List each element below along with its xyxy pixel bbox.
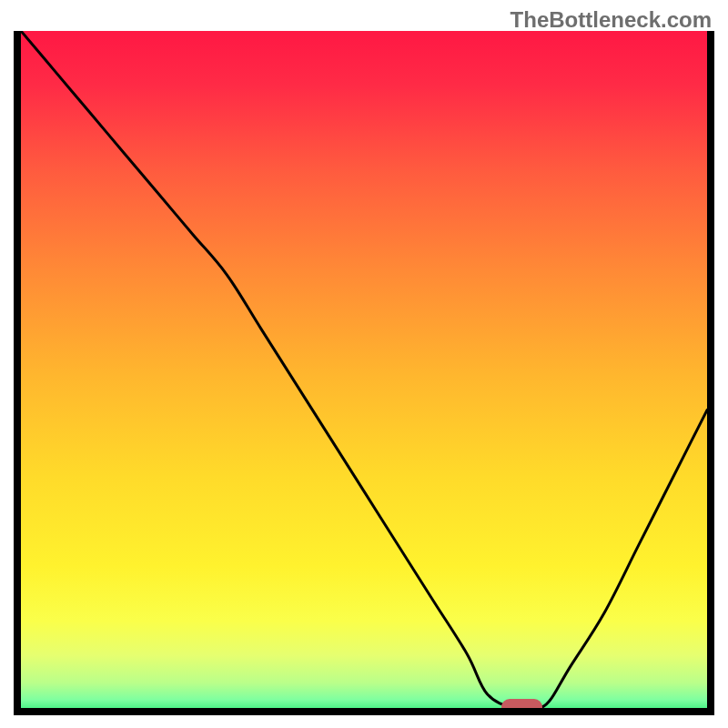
chart-frame bbox=[14, 31, 714, 715]
watermark-text: TheBottleneck.com bbox=[511, 7, 712, 33]
chart-curve bbox=[21, 31, 707, 708]
optimal-marker bbox=[501, 699, 542, 709]
chart-plot-area bbox=[21, 31, 707, 708]
